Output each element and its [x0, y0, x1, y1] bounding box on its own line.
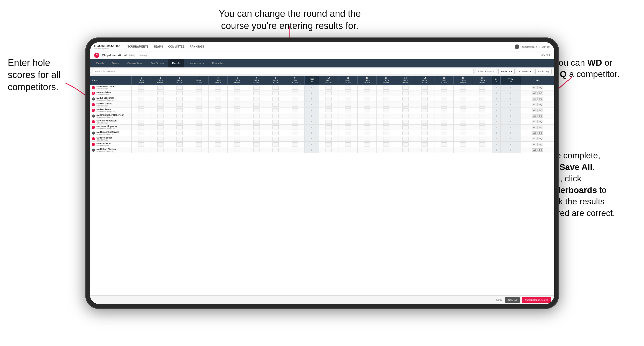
score-input-hole-11[interactable] [345, 137, 351, 141]
score-input-hole-2[interactable] [157, 114, 164, 118]
score-input-hole-1[interactable] [138, 114, 144, 118]
hole-17-score[interactable] [454, 125, 473, 130]
score-input-hole-8[interactable] [272, 125, 279, 129]
hole-5-score[interactable] [209, 107, 228, 113]
hole-1-score[interactable] [132, 125, 151, 130]
hole-1-score[interactable] [132, 119, 151, 125]
hole-8-score[interactable] [266, 119, 285, 125]
score-input-hole-1[interactable] [138, 137, 144, 141]
hole-7-score[interactable] [247, 102, 266, 107]
nav-rankings[interactable]: RANKINGS [190, 45, 204, 48]
hole-2-score[interactable] [151, 142, 170, 147]
hole-12-score[interactable] [357, 125, 376, 130]
score-input-hole-14[interactable] [402, 137, 409, 141]
score-input-hole-2[interactable] [157, 148, 164, 152]
score-input-hole-5[interactable] [215, 120, 221, 124]
score-input-hole-7[interactable] [253, 86, 260, 90]
hole-16-score[interactable] [434, 142, 454, 147]
hole-3-score[interactable] [170, 136, 189, 142]
score-input-hole-8[interactable] [272, 97, 279, 101]
hole-12-score[interactable] [357, 90, 376, 96]
course-selector[interactable]: Course A ▾ [517, 69, 533, 74]
score-input-hole-10[interactable] [325, 108, 332, 112]
hole-18-score[interactable] [473, 125, 492, 130]
hole-12-score[interactable] [357, 142, 376, 147]
hole-10-score[interactable] [319, 142, 338, 147]
wd-button[interactable]: WD [532, 109, 538, 112]
score-input-hole-16[interactable] [441, 131, 447, 135]
hole-1-score[interactable] [132, 85, 151, 90]
score-input-hole-3[interactable] [176, 120, 183, 124]
hole-9-score[interactable] [285, 96, 305, 102]
score-input-hole-3[interactable] [176, 131, 183, 135]
score-input-hole-1[interactable] [138, 131, 144, 135]
hole-8-score[interactable] [266, 136, 285, 142]
round-selector[interactable]: Round 1 ▾ [498, 69, 515, 74]
score-input-hole-7[interactable] [253, 91, 260, 95]
score-input-hole-11[interactable] [345, 142, 351, 147]
hole-8-score[interactable] [266, 85, 285, 90]
hole-11-score[interactable] [338, 90, 357, 96]
score-input-hole-2[interactable] [157, 97, 164, 101]
hole-16-score[interactable] [434, 130, 454, 136]
score-input-hole-1[interactable] [138, 120, 144, 124]
score-input-hole-1[interactable] [138, 142, 144, 147]
hole-15-score[interactable] [415, 102, 434, 107]
score-input-hole-3[interactable] [176, 108, 183, 112]
hole-2-score[interactable] [151, 113, 170, 119]
score-input-hole-18[interactable] [479, 148, 485, 152]
score-input-hole-15[interactable] [421, 103, 428, 107]
hole-17-score[interactable] [454, 113, 473, 119]
score-input-hole-4[interactable] [196, 108, 202, 112]
nav-tournaments[interactable]: TOURNAMENTS [128, 45, 149, 48]
score-input-hole-14[interactable] [402, 142, 409, 147]
hole-17-score[interactable] [454, 147, 473, 153]
tab-details[interactable]: Details [93, 59, 108, 67]
score-input-hole-4[interactable] [196, 142, 202, 147]
hole-10-score[interactable] [319, 130, 338, 136]
wd-button[interactable]: WD [532, 97, 538, 101]
hole-3-score[interactable] [170, 119, 189, 125]
search-player-input[interactable] [93, 69, 474, 74]
tab-results[interactable]: Results [168, 59, 184, 67]
score-input-hole-18[interactable] [479, 97, 485, 101]
score-input-hole-13[interactable] [383, 91, 389, 95]
hole-4-score[interactable] [189, 136, 208, 142]
score-input-hole-4[interactable] [196, 103, 202, 107]
dq-button[interactable]: DQ [538, 148, 543, 152]
hole-16-score[interactable] [434, 136, 454, 142]
hole-16-score[interactable] [434, 119, 454, 125]
score-input-hole-5[interactable] [215, 103, 221, 107]
hole-9-score[interactable] [285, 85, 305, 90]
save-all-button[interactable]: Save All [505, 297, 520, 303]
hole-4-score[interactable] [189, 85, 208, 90]
hole-10-score[interactable] [319, 96, 338, 102]
score-input-hole-5[interactable] [215, 137, 221, 141]
score-input-hole-9[interactable] [292, 125, 298, 129]
hole-7-score[interactable] [247, 147, 266, 153]
score-input-hole-12[interactable] [364, 91, 370, 95]
score-input-hole-6[interactable] [234, 86, 240, 90]
hole-3-score[interactable] [170, 107, 189, 113]
wd-button[interactable]: WD [532, 120, 538, 123]
dq-button[interactable]: DQ [538, 86, 543, 89]
score-input-hole-8[interactable] [272, 142, 279, 147]
hole-11-score[interactable] [338, 102, 357, 107]
hole-11-score[interactable] [338, 130, 357, 136]
score-input-hole-18[interactable] [479, 91, 485, 95]
hole-6-score[interactable] [228, 96, 247, 102]
score-input-hole-10[interactable] [325, 97, 332, 101]
score-input-hole-10[interactable] [325, 142, 332, 147]
hole-9-score[interactable] [285, 147, 305, 153]
hole-13-score[interactable] [377, 125, 396, 130]
hole-6-score[interactable] [228, 136, 247, 142]
score-input-hole-18[interactable] [479, 142, 485, 147]
hole-5-score[interactable] [209, 147, 228, 153]
hole-1-score[interactable] [132, 147, 151, 153]
hole-10-score[interactable] [319, 136, 338, 142]
score-input-hole-11[interactable] [345, 125, 351, 129]
hole-6-score[interactable] [228, 119, 247, 125]
score-input-hole-8[interactable] [272, 91, 279, 95]
hole-16-score[interactable] [434, 90, 454, 96]
score-input-hole-11[interactable] [345, 86, 351, 90]
